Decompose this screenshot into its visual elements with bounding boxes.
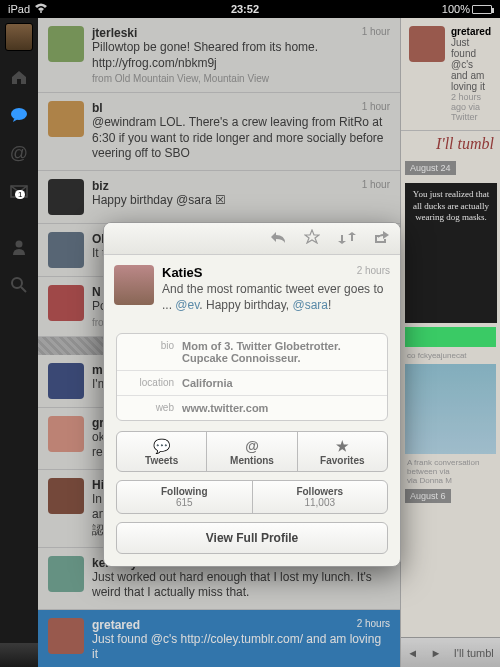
bio-label: bio: [127, 340, 182, 364]
svg-line-4: [21, 287, 26, 292]
blog-credit2: via Donna M: [401, 476, 500, 485]
date-label: August 24: [405, 161, 456, 175]
detail-avatar[interactable]: [409, 26, 445, 62]
tweet-item[interactable]: bizHappy birthday @sara ☒1 hour: [38, 171, 400, 224]
blog-post[interactable]: You just realized that all ducks are act…: [405, 183, 497, 323]
popover-time: 2 hours: [357, 265, 390, 276]
date-label: August 6: [405, 489, 451, 503]
detail-panel: gretared Just found @c's and am loving i…: [400, 18, 500, 667]
blog-title: I'll tumbl: [401, 131, 500, 157]
sidebar: @ 1: [0, 18, 38, 667]
blog-credit: co fckyeajunecat: [401, 351, 500, 360]
tweet-item-selected[interactable]: gretaredJust found @c's http://coley.tum…: [38, 610, 400, 667]
svg-point-3: [12, 278, 22, 288]
mention-link[interactable]: @ev: [175, 298, 199, 312]
wifi-icon: [34, 3, 48, 15]
profile-popover: 2 hours KatieS And the most romantic twe…: [103, 222, 401, 567]
web-label: web: [127, 402, 182, 414]
profile-tabs: 💬Tweets @Mentions ★Favorites: [116, 431, 388, 472]
page-title-small: I'll tumbl: [454, 647, 494, 659]
blog-caption: A frank conversation between via: [401, 458, 500, 476]
back-icon[interactable]: ◄: [407, 647, 418, 659]
search-icon[interactable]: [7, 273, 31, 297]
profile-info-card: bioMom of 3. Twitter Globetrotter. Cupca…: [116, 333, 388, 421]
detail-username: gretared: [451, 26, 492, 37]
tab-favorites[interactable]: ★Favorites: [298, 432, 387, 471]
web-value[interactable]: www.twitter.com: [182, 402, 377, 414]
tweet-item[interactable]: jterleskiPillowtop be gone! Sheared from…: [38, 18, 400, 93]
location-value: California: [182, 377, 377, 389]
mention-link[interactable]: @sara: [292, 298, 328, 312]
detail-preview: Just found @c's and am loving it: [451, 37, 492, 92]
popover-body: And the most romantic tweet ever goes to…: [162, 282, 390, 313]
svg-point-0: [11, 108, 27, 120]
home-icon[interactable]: [7, 65, 31, 89]
detail-time: 2 hours ago via Twitter: [451, 92, 492, 122]
battery-percent: 100%: [442, 3, 470, 15]
retweet-icon[interactable]: [338, 230, 356, 248]
location-label: location: [127, 377, 182, 389]
profile-icon[interactable]: [7, 235, 31, 259]
blog-image-2[interactable]: [405, 364, 496, 454]
detail-toolbar: ◄ ► I'll tumbl: [401, 637, 500, 667]
device-label: iPad: [8, 3, 30, 15]
tweet-item[interactable]: bl@ewindram LOL. There's a crew leaving …: [38, 93, 400, 171]
star-icon: ★: [298, 438, 387, 454]
battery-icon: [472, 5, 492, 14]
messages-icon[interactable]: [7, 103, 31, 127]
blog-image-1[interactable]: [405, 327, 496, 347]
favorite-icon[interactable]: [304, 229, 320, 248]
bio-value: Mom of 3. Twitter Globetrotter. Cupcake …: [182, 340, 377, 364]
share-icon[interactable]: [374, 230, 390, 248]
account-avatar[interactable]: [5, 23, 33, 51]
popover-tweet: 2 hours KatieS And the most romantic twe…: [104, 255, 400, 323]
clock: 23:52: [48, 3, 442, 15]
reply-icon[interactable]: [270, 230, 286, 248]
at-icon: @: [207, 438, 296, 454]
svg-point-2: [16, 241, 23, 248]
following-button[interactable]: Following615: [117, 481, 253, 513]
mentions-icon[interactable]: @: [7, 141, 31, 165]
popover-avatar[interactable]: [114, 265, 154, 305]
forward-icon[interactable]: ►: [431, 647, 442, 659]
followers-button[interactable]: Followers11,003: [253, 481, 388, 513]
tab-mentions[interactable]: @Mentions: [207, 432, 297, 471]
popover-action-bar: [104, 223, 400, 255]
profile-stats: Following615 Followers11,003: [116, 480, 388, 514]
status-bar: iPad 23:52 100%: [0, 0, 500, 18]
speech-icon: 💬: [117, 438, 206, 454]
tab-tweets[interactable]: 💬Tweets: [117, 432, 207, 471]
view-full-profile-button[interactable]: View Full Profile: [116, 522, 388, 554]
